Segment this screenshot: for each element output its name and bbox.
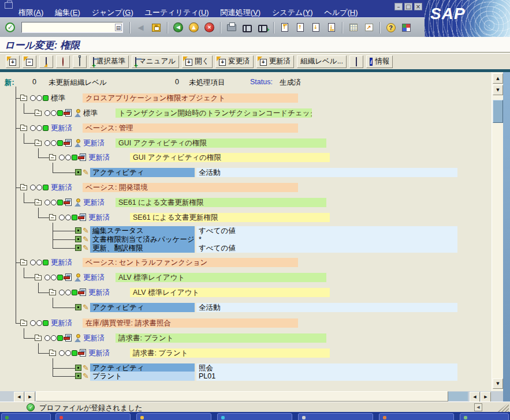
tree-node-row[interactable]: 更新済請求書: プラント [0, 347, 492, 359]
information-button[interactable]: i情報 [366, 55, 393, 68]
folder-icon[interactable] [20, 260, 27, 265]
tree-node-row[interactable]: 標準クロスアプリケーション権限オブジェクト [0, 92, 492, 104]
tree-node-row[interactable]: 更新済GUI アクティビティの権限 [0, 152, 492, 163]
scroll-left-button[interactable] [14, 392, 24, 402]
delete-button[interactable] [73, 55, 87, 68]
field-label[interactable]: アクティビティ [90, 303, 195, 312]
print-icon[interactable] [225, 21, 238, 35]
open-button[interactable]: +開く [182, 55, 213, 68]
manual-button[interactable]: マニュアル [132, 55, 179, 68]
tree-node-text[interactable]: 請求書: プラント [116, 333, 326, 343]
resize-grip[interactable] [497, 403, 509, 412]
tree-node-row[interactable]: 標準トランザクション開始時のトランザクションコードチェック [0, 107, 492, 119]
folder-icon[interactable] [20, 126, 27, 131]
back-arrow-icon[interactable]: ◀ [134, 21, 147, 35]
scroll-right-button[interactable] [25, 392, 35, 402]
tree-node-row[interactable]: 更新済SE61 による文書更新権限 [0, 212, 492, 223]
folder-icon[interactable] [35, 200, 42, 205]
changed-button[interactable]: +変更済 [215, 55, 254, 68]
field-value[interactable]: すべての値 [196, 243, 457, 253]
folder-icon[interactable] [35, 275, 42, 280]
windows-taskbar[interactable] [0, 412, 510, 420]
expand-all-button[interactable]: + [6, 55, 20, 68]
tree-field-row[interactable]: 更新、翻訳権限すべての値 [0, 242, 492, 254]
folder-icon[interactable] [20, 321, 27, 326]
horizontal-scroll-thumb[interactable] [36, 391, 448, 402]
folder-icon[interactable] [20, 96, 27, 101]
help-icon[interactable]: ? [384, 21, 397, 35]
save-icon[interactable] [150, 21, 163, 35]
pencil-icon[interactable] [83, 168, 89, 177]
tree-node-row[interactable]: 更新済ベーシス: 開発環境 [0, 182, 492, 193]
previous-page-icon[interactable]: ↑ [293, 21, 307, 35]
tree-node-row[interactable]: 更新済SE61 による文書更新権限 [0, 197, 492, 208]
pencil-icon[interactable] [83, 372, 89, 380]
field-value[interactable]: PL01 [196, 372, 457, 381]
tree-node-text[interactable]: ベーシス: セントラルファンクション [83, 258, 298, 267]
pencil-icon[interactable] [83, 243, 89, 252]
taskbar-button[interactable] [136, 413, 211, 420]
tree-node-text[interactable]: ALV 標準レイアウト [116, 273, 326, 282]
maximize-button[interactable]: □ [404, 3, 412, 10]
folder-icon[interactable] [49, 351, 56, 356]
vertical-scrollbar[interactable] [492, 72, 503, 391]
tree-field-row[interactable]: プラントPL01 [0, 370, 492, 382]
taskbar-button[interactable] [379, 413, 454, 420]
tree-node-text[interactable]: トランザクション開始時のトランザクションコードチェック [116, 108, 312, 118]
taskbar-button[interactable] [55, 413, 131, 420]
selection-criteria-button[interactable]: 選択基準 [90, 55, 129, 68]
switch-display-button[interactable] [39, 55, 53, 68]
field-value[interactable]: 全活動 [196, 168, 457, 177]
org-levels-button[interactable]: 組織レベル... [297, 55, 347, 68]
taskbar-button[interactable] [1, 413, 51, 420]
scroll-up-button[interactable] [493, 73, 503, 84]
field-label[interactable]: プラント [90, 372, 195, 381]
tree-node-row[interactable]: 更新済ベーシス: 管理 [0, 122, 492, 134]
tree-node-row[interactable]: 更新済在庫/購買管理: 請求書照合 [0, 317, 492, 329]
statusbar-options-button[interactable] [474, 403, 482, 411]
close-button[interactable]: × [414, 3, 422, 10]
folder-icon[interactable] [49, 215, 56, 220]
folder-icon[interactable] [49, 290, 56, 295]
tree-node-text[interactable]: SE61 による文書更新権限 [116, 198, 326, 207]
legend-button[interactable] [56, 55, 70, 68]
scroll-down-button[interactable] [493, 85, 503, 95]
tree-node-text[interactable]: クロスアプリケーション権限オブジェクト [83, 93, 298, 103]
first-page-icon[interactable]: ↑ [278, 21, 291, 35]
horizontal-scrollbar[interactable] [0, 391, 503, 402]
collapse-all-button[interactable]: − [23, 55, 36, 68]
pencil-icon[interactable] [83, 303, 89, 312]
taskbar-button[interactable] [460, 413, 509, 420]
tree-node-text[interactable]: GUI アクティビティの権限 [116, 138, 326, 148]
tree-node-text[interactable]: SE61 による文書更新権限 [130, 213, 330, 222]
new-session-icon[interactable] [347, 21, 360, 35]
folder-icon[interactable] [35, 111, 42, 116]
tree-node-text[interactable]: GUI アクティビティの権限 [130, 153, 330, 162]
vertical-scroll-thumb[interactable] [493, 100, 503, 123]
cancel-icon[interactable]: × [203, 21, 216, 35]
next-page-icon[interactable]: ↓ [309, 21, 322, 35]
system-menu-icon[interactable] [5, 2, 13, 9]
customize-layout-icon[interactable] [400, 21, 413, 35]
tree-node-text[interactable]: ALV 標準レイアウト [130, 288, 330, 297]
tree-node-row[interactable]: 更新済GUI アクティビティの権限 [0, 137, 492, 149]
scroll-down-button[interactable] [493, 378, 503, 389]
folder-icon[interactable] [49, 155, 56, 160]
tree-node-text[interactable]: ベーシス: 開発環境 [83, 183, 298, 192]
tree-field-row[interactable]: アクティビティ全活動 [0, 302, 492, 313]
scroll-left-button[interactable] [470, 392, 480, 402]
back-icon[interactable]: ◀ [172, 21, 185, 35]
tree-field-row[interactable]: アクティビティ全活動 [0, 167, 492, 178]
field-value[interactable]: 全活動 [196, 303, 457, 312]
tree-node-text[interactable]: 請求書: プラント [130, 348, 330, 358]
tree-node-row[interactable]: 更新済ALV 標準レイアウト [0, 287, 492, 298]
find-next-icon[interactable]: + [256, 21, 269, 35]
folder-icon[interactable] [35, 141, 42, 146]
minimize-button[interactable]: – [394, 3, 403, 10]
scroll-right-button[interactable] [481, 392, 491, 402]
create-shortcut-icon[interactable]: ↗ [362, 21, 375, 35]
enter-icon[interactable]: ✓ [3, 21, 17, 35]
last-page-icon[interactable]: ↓ [325, 21, 338, 35]
tree-node-text[interactable]: ベーシス: 管理 [83, 123, 298, 133]
overview-button[interactable] [349, 55, 363, 68]
